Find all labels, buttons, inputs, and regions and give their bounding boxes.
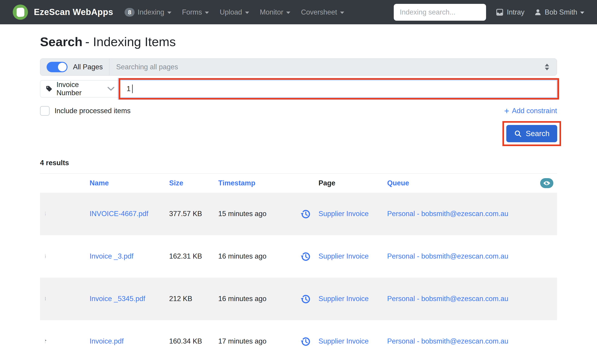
- menu-indexing-label: Indexing: [138, 8, 164, 16]
- table-row: Invoice _5345.pdf 212 KB 16 minutes ago …: [40, 278, 557, 320]
- menu-upload-label: Upload: [220, 8, 242, 16]
- menu-forms-label: Forms: [182, 8, 202, 16]
- text-cursor: [132, 85, 133, 93]
- column-header-queue[interactable]: Queue: [387, 179, 535, 187]
- page-link[interactable]: Supplier Invoice: [319, 337, 387, 345]
- chevron-down-icon: [286, 12, 290, 14]
- document-thumbnail[interactable]: [45, 211, 46, 216]
- file-size: 212 KB: [169, 295, 218, 303]
- field-selector-value: Invoice Number: [56, 81, 103, 97]
- history-button[interactable]: [300, 336, 311, 347]
- top-navbar: EzeScan WebApps 8 Indexing Forms Upload …: [0, 0, 597, 24]
- query-input-wrap: [120, 80, 557, 97]
- page-title-sub: - Indexing Items: [85, 35, 176, 49]
- document-thumbnail[interactable]: [45, 254, 46, 258]
- include-processed-label: Include processed items: [55, 107, 131, 115]
- annotation-highlight-search-button: Search: [503, 121, 561, 146]
- include-processed-group: Include processed items: [40, 106, 131, 116]
- search-row: Search: [40, 121, 557, 146]
- all-pages-label: All Pages: [73, 63, 103, 71]
- search-button[interactable]: Search: [506, 125, 557, 142]
- history-icon: [300, 293, 311, 304]
- queue-link[interactable]: Personal - bobsmith@ezescan.com.au: [387, 252, 535, 260]
- main-content: Search- Indexing Items All Pages Searchi…: [0, 35, 597, 363]
- indexing-count-badge: 8: [125, 8, 134, 16]
- tag-icon: [46, 85, 52, 92]
- menu-monitor[interactable]: Monitor: [260, 8, 290, 16]
- intray-button[interactable]: Intray: [496, 8, 525, 16]
- page-scope-select[interactable]: Searching all pages: [109, 59, 557, 75]
- chevron-down-icon: [245, 12, 249, 14]
- chevron-down-icon: [108, 86, 114, 91]
- menu-forms[interactable]: Forms: [182, 8, 209, 16]
- queue-link[interactable]: Personal - bobsmith@ezescan.com.au: [387, 337, 535, 345]
- menu-indexing[interactable]: 8 Indexing: [125, 8, 171, 16]
- add-constraint-link[interactable]: + Add constraint: [504, 107, 557, 115]
- query-input[interactable]: [120, 80, 557, 97]
- options-row: Include processed items + Add constraint: [40, 106, 557, 116]
- file-name-link[interactable]: Invoice _5345.pdf: [90, 295, 169, 303]
- column-header-page: Page: [319, 179, 387, 187]
- column-header-size[interactable]: Size: [169, 179, 218, 187]
- add-constraint-label: Add constraint: [512, 107, 557, 115]
- page-title-main: Search: [40, 35, 83, 49]
- file-timestamp: 15 minutes ago: [218, 210, 292, 218]
- column-header-name[interactable]: Name: [90, 179, 169, 187]
- intray-label: Intray: [507, 8, 525, 16]
- toggle-thumbnails-button[interactable]: [540, 178, 553, 188]
- history-button[interactable]: [300, 293, 311, 304]
- indexing-search-input[interactable]: [394, 4, 486, 21]
- navbar-right: Intray Bob Smith: [394, 4, 584, 21]
- column-header-timestamp[interactable]: Timestamp: [218, 179, 292, 187]
- file-timestamp: 16 minutes ago: [218, 252, 292, 260]
- eye-icon: [543, 180, 551, 186]
- main-menu: 8 Indexing Forms Upload Monitor Covershe…: [125, 8, 355, 16]
- all-pages-toggle[interactable]: [47, 62, 68, 72]
- page-link[interactable]: Supplier Invoice: [319, 210, 387, 218]
- history-icon: [300, 208, 311, 219]
- include-processed-checkbox[interactable]: [40, 106, 50, 116]
- up-down-icon: [544, 63, 550, 71]
- file-size: 377.57 KB: [169, 210, 218, 218]
- menu-coversheet[interactable]: Coversheet: [301, 8, 344, 16]
- file-name-link[interactable]: Invoice _3.pdf: [90, 252, 169, 260]
- chevron-down-icon: [580, 12, 584, 14]
- file-name-link[interactable]: Invoice.pdf: [90, 337, 169, 345]
- field-selector[interactable]: Invoice Number: [40, 80, 120, 97]
- file-size: 162.31 KB: [169, 252, 218, 260]
- results-count: 4 results: [40, 159, 557, 167]
- chevron-down-icon: [167, 12, 171, 14]
- plus-icon: +: [504, 107, 509, 115]
- brand[interactable]: EzeScan WebApps: [13, 5, 113, 20]
- history-button[interactable]: [300, 208, 311, 219]
- brand-name: EzeScan WebApps: [34, 7, 113, 17]
- document-thumbnail[interactable]: [45, 339, 46, 343]
- queue-link[interactable]: Personal - bobsmith@ezescan.com.au: [387, 295, 535, 303]
- table-header-row: Name Size Timestamp Page Queue: [40, 174, 557, 193]
- menu-upload[interactable]: Upload: [220, 8, 249, 16]
- user-name: Bob Smith: [545, 8, 577, 16]
- table-row: INVOICE-4667.pdf 377.57 KB 15 minutes ag…: [40, 193, 557, 235]
- ezescan-logo-icon: [13, 5, 28, 20]
- history-button[interactable]: [300, 251, 311, 262]
- file-name-link[interactable]: INVOICE-4667.pdf: [90, 210, 169, 218]
- page-link[interactable]: Supplier Invoice: [319, 295, 387, 303]
- search-icon: [514, 130, 522, 138]
- results-table: Name Size Timestamp Page Queue: [40, 173, 557, 363]
- page-link[interactable]: Supplier Invoice: [319, 252, 387, 260]
- file-timestamp: 16 minutes ago: [218, 295, 292, 303]
- page-scope-value: Searching all pages: [116, 63, 178, 71]
- file-size: 160.34 KB: [169, 337, 218, 345]
- chevron-down-icon: [340, 12, 344, 14]
- menu-coversheet-label: Coversheet: [301, 8, 337, 16]
- history-icon: [300, 336, 311, 347]
- queue-link[interactable]: Personal - bobsmith@ezescan.com.au: [387, 210, 535, 218]
- history-icon: [300, 251, 311, 262]
- query-group: Invoice Number: [40, 80, 557, 97]
- page-title: Search- Indexing Items: [40, 35, 557, 49]
- document-thumbnail[interactable]: [45, 296, 46, 301]
- file-timestamp: 17 minutes ago: [218, 337, 292, 345]
- user-menu[interactable]: Bob Smith: [534, 8, 584, 16]
- menu-monitor-label: Monitor: [260, 8, 283, 16]
- user-icon: [534, 8, 542, 16]
